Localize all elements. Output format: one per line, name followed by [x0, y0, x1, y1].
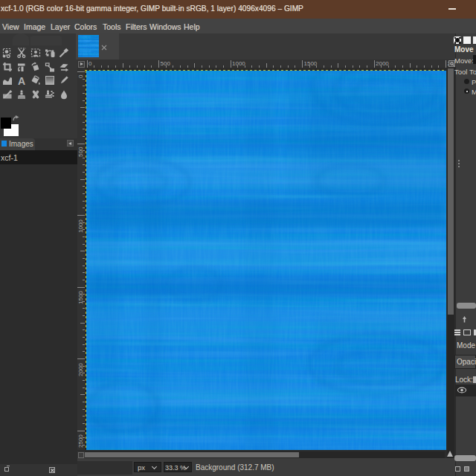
svg-text:A: A	[18, 75, 25, 86]
